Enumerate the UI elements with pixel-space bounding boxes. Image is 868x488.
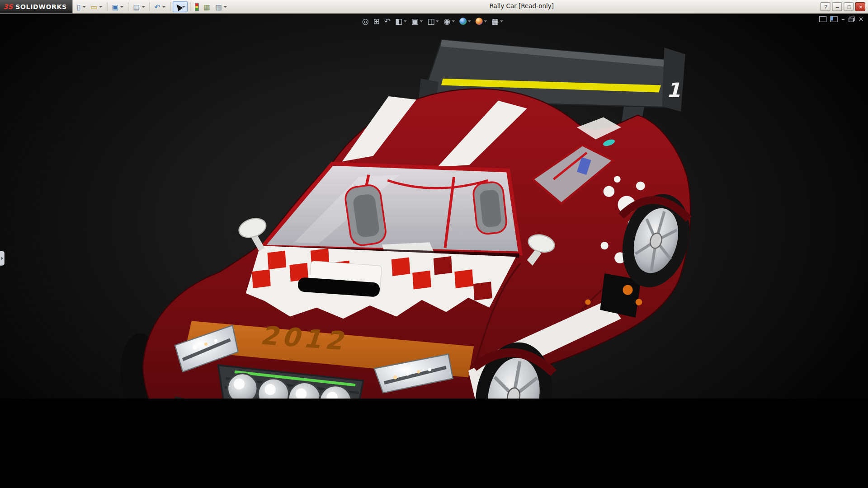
graphics-area[interactable]: 1	[0, 13, 868, 399]
title-bar: 3S SOLIDWORKS ▯ ▭ ▣ ▤ ↶	[0, 0, 868, 14]
hide-show-items-icon: ◉	[443, 17, 450, 25]
appearance-ball-icon	[459, 18, 467, 25]
solidworks-window: 3S SOLIDWORKS ▯ ▭ ▣ ▤ ↶	[0, 0, 868, 399]
previous-view-button[interactable]: ↶	[383, 15, 392, 26]
print-icon: ▤	[133, 3, 140, 10]
save-icon: ▣	[112, 3, 119, 10]
sheet-format-button[interactable]: ▦	[201, 1, 212, 12]
chevron-down-icon[interactable]	[162, 6, 165, 8]
heads-up-view-toolbar: ◎ ⊞ ↶ ◧ ▣ ◫ ◉	[361, 15, 504, 26]
view-settings-icon: ▦	[491, 17, 499, 25]
close-button[interactable]: ×	[855, 2, 865, 11]
undo-button[interactable]: ↶	[152, 1, 167, 12]
zoom-to-fit-icon: ◎	[362, 17, 369, 25]
chevron-down-icon[interactable]	[404, 20, 407, 22]
new-file-icon: ▯	[77, 3, 81, 10]
view-settings-button[interactable]: ▦	[490, 15, 504, 26]
chevron-down-icon[interactable]	[452, 20, 455, 22]
document-close-button[interactable]: ×	[859, 16, 863, 22]
document-minimize-button[interactable]: –	[842, 16, 845, 22]
standard-toolbar: ▯ ▭ ▣ ▤ ↶	[72, 1, 231, 12]
solidworks-brand: 3S SOLIDWORKS	[0, 0, 72, 13]
rally-car-model: 1	[0, 13, 868, 399]
split-pane-icon[interactable]	[830, 16, 838, 22]
select-cursor-icon	[172, 0, 182, 11]
sheet-icon: ▦	[203, 3, 210, 10]
hood-year-text: 2012	[259, 320, 348, 356]
chevron-down-icon[interactable]	[500, 20, 503, 22]
view-orientation-icon: ▣	[411, 17, 419, 25]
window-controls: ? – □ ×	[821, 2, 868, 11]
file-properties-button[interactable]: ▥	[213, 1, 229, 12]
scene-ball-icon	[475, 18, 482, 25]
document-restore-button[interactable]	[849, 16, 854, 22]
chevron-down-icon[interactable]	[120, 6, 123, 8]
zoom-to-fit-button[interactable]: ◎	[361, 15, 370, 26]
save-button[interactable]: ▣	[110, 1, 126, 12]
edit-appearance-button[interactable]	[458, 15, 472, 26]
windshield	[262, 164, 520, 261]
chevron-down-icon[interactable]	[436, 20, 439, 22]
show-featuremanager-icon[interactable]	[820, 16, 827, 22]
select-tool-button[interactable]	[173, 1, 188, 12]
chevron-down-icon[interactable]	[467, 20, 471, 22]
chevron-down-icon[interactable]	[420, 20, 423, 22]
rebuild-button[interactable]	[193, 1, 201, 12]
chevron-down-icon[interactable]	[224, 6, 227, 8]
previous-view-icon: ↶	[384, 17, 391, 25]
document-title: Rally Car [Read-only]	[489, 3, 554, 10]
featuremanager-flyout-tab[interactable]	[0, 251, 5, 266]
toolbar-separator	[190, 2, 190, 11]
section-view-button[interactable]: ◧	[394, 15, 408, 26]
toolbar-separator	[170, 2, 170, 11]
file-properties-icon: ▥	[215, 3, 222, 10]
toolbar-separator	[107, 2, 108, 11]
hide-show-items-button[interactable]: ◉	[443, 15, 456, 26]
toolbar-separator	[128, 2, 128, 11]
maximize-button[interactable]: □	[844, 2, 854, 11]
wing-number: 1	[666, 79, 680, 102]
display-style-button[interactable]: ◫	[426, 15, 440, 26]
minimize-button[interactable]: –	[832, 2, 842, 11]
apply-scene-button[interactable]	[474, 15, 488, 26]
chevron-down-icon[interactable]	[484, 20, 487, 22]
passenger-seat	[472, 181, 508, 235]
section-view-icon: ◧	[395, 17, 402, 25]
toolbar-separator	[149, 2, 150, 11]
new-file-button[interactable]: ▯	[75, 1, 88, 12]
zoom-to-area-button[interactable]: ⊞	[372, 15, 381, 26]
chevron-down-icon[interactable]	[82, 6, 85, 8]
print-button[interactable]: ▤	[131, 1, 147, 12]
help-button[interactable]: ?	[821, 2, 830, 11]
zoom-to-area-icon: ⊞	[373, 17, 380, 25]
chevron-down-icon[interactable]	[142, 6, 145, 8]
view-orientation-button[interactable]: ▣	[410, 15, 424, 26]
ds-logo-icon: 3S	[3, 3, 13, 10]
open-file-button[interactable]: ▭	[89, 1, 105, 12]
document-window-controls: – ×	[820, 16, 864, 22]
undo-icon: ↶	[154, 3, 160, 10]
chevron-down-icon[interactable]	[99, 6, 102, 8]
brand-name: SOLIDWORKS	[15, 3, 67, 10]
display-style-icon: ◫	[427, 17, 434, 25]
open-folder-icon: ▭	[91, 3, 98, 10]
rebuild-traffic-light-icon	[195, 3, 199, 11]
driver-seat	[344, 184, 387, 247]
